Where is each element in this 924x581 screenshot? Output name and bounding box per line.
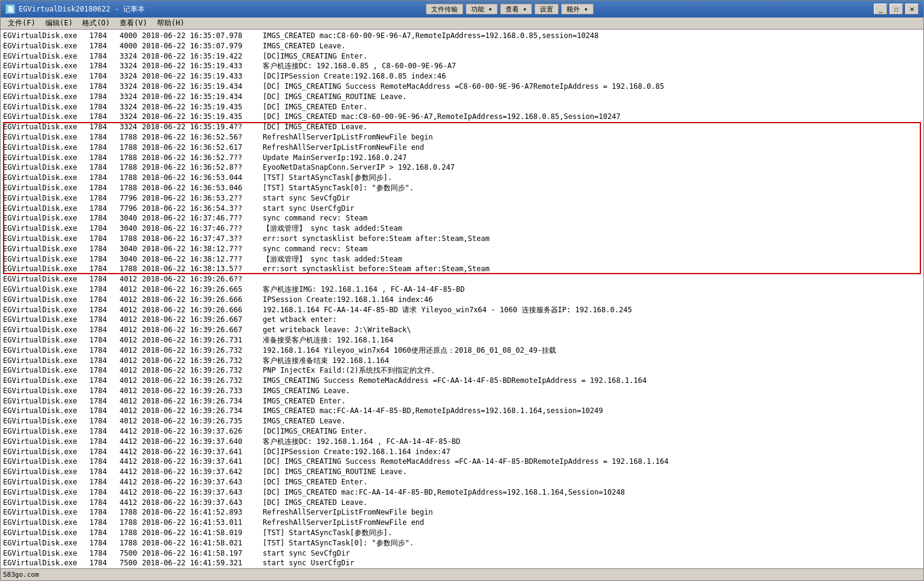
col-pid: 1784 — [82, 213, 112, 223]
table-row: EGVirtualDisk.exe178475002018-06-22 16:4… — [3, 548, 921, 559]
col-tid: 4412 — [112, 487, 142, 498]
table-row: EGVirtualDisk.exe178433242018-06-22 16:3… — [3, 112, 921, 122]
col-exe: EGVirtualDisk.exe — [3, 234, 82, 244]
log-container[interactable]: EGVirtualDisk.exe178440002018-06-22 16:3… — [1, 30, 923, 568]
col-exe: EGVirtualDisk.exe — [3, 487, 82, 498]
col-msg: [DC] IMGS_CREATED Leave. — [263, 122, 367, 132]
table-row: EGVirtualDisk.exe178430402018-06-22 16:3… — [3, 254, 921, 265]
col-exe: EGVirtualDisk.exe — [3, 122, 82, 132]
minimize-btn[interactable]: _ — [874, 4, 887, 14]
menu-view[interactable]: 查看(V) — [115, 18, 152, 29]
col-exe: EGVirtualDisk.exe — [3, 213, 82, 223]
col-time: 2018-06-22 16:36:52.7?? — [142, 153, 263, 163]
col-pid: 1784 — [82, 143, 112, 153]
col-tid: 4012 — [112, 284, 142, 295]
col-tid: 1788 — [112, 518, 142, 528]
status-text: 583go.com — [3, 571, 39, 579]
col-pid: 1784 — [82, 528, 112, 538]
col-msg: 【游戏管理】 sync task added:Steam — [263, 254, 402, 265]
col-time: 2018-06-22 16:35:07.978 — [142, 31, 263, 41]
col-time: 2018-06-22 16:35:19.433 — [142, 71, 263, 82]
table-row: EGVirtualDisk.exe178444122018-06-22 16:3… — [3, 498, 921, 508]
col-pid: 1784 — [82, 365, 112, 376]
col-time: 2018-06-22 16:35:19.422 — [142, 51, 263, 62]
col-tid: 4012 — [112, 305, 142, 315]
col-tid: 7796 — [112, 193, 142, 204]
table-row: EGVirtualDisk.exe178440122018-06-22 16:3… — [3, 396, 921, 406]
close-btn[interactable]: ✕ — [905, 4, 919, 14]
col-msg: RefreshAllServerIpListFromNewFile end — [263, 518, 424, 528]
col-time: 2018-06-22 16:35:19.4?? — [142, 122, 263, 132]
col-msg: [DC] IMGS_CREATED Enter. — [263, 102, 367, 112]
col-tid: 4012 — [112, 315, 142, 325]
col-msg: IMGS_CREATED mac:C8-60-00-9E-96-A7,Remot… — [263, 31, 598, 41]
col-exe: EGVirtualDisk.exe — [3, 223, 82, 234]
col-msg: err:sort synctasklist before:Steam after… — [263, 234, 490, 244]
col-msg: Update MainServerIp:192.168.0.247 — [263, 153, 406, 163]
col-pid: 1784 — [82, 153, 112, 163]
col-time: 2018-06-22 16:39:26.735 — [142, 416, 263, 426]
col-tid: 1788 — [112, 234, 142, 244]
col-pid: 1784 — [82, 223, 112, 234]
table-row: EGVirtualDisk.exe178430402018-06-22 16:3… — [3, 213, 921, 223]
col-msg: [DC] IMGS_CREATING Success RemoteMacAddr… — [263, 457, 669, 467]
col-exe: EGVirtualDisk.exe — [3, 204, 82, 214]
table-row: EGVirtualDisk.exe178440122018-06-22 16:3… — [3, 305, 921, 315]
col-tid: 4012 — [112, 345, 142, 356]
col-pid: 1784 — [82, 162, 112, 173]
col-exe: EGVirtualDisk.exe — [3, 356, 82, 366]
col-tid: 7500 — [112, 558, 142, 568]
col-tid: 7500 — [112, 548, 142, 559]
table-row: EGVirtualDisk.exe178417882018-06-22 16:3… — [3, 162, 921, 173]
function-btn[interactable]: 功能 ▾ — [466, 4, 498, 14]
col-tid: 4012 — [112, 295, 142, 305]
col-exe: EGVirtualDisk.exe — [3, 426, 82, 437]
col-pid: 1784 — [82, 41, 112, 51]
col-pid: 1784 — [82, 457, 112, 467]
table-row: EGVirtualDisk.exe178433242018-06-22 16:3… — [3, 51, 921, 62]
file-transfer-btn[interactable]: 文件传输 — [426, 4, 463, 14]
col-time: 2018-06-22 16:39:26.732 — [142, 356, 263, 366]
table-row: EGVirtualDisk.exe178440122018-06-22 16:3… — [3, 315, 921, 325]
view-btn[interactable]: 查看 ▾ — [500, 4, 532, 14]
col-tid: 4012 — [112, 335, 142, 345]
col-exe: EGVirtualDisk.exe — [3, 264, 82, 274]
col-time: 2018-06-22 16:39:37.643 — [142, 498, 263, 508]
col-exe: EGVirtualDisk.exe — [3, 305, 82, 315]
col-tid: 3324 — [112, 51, 142, 62]
col-msg: sync command recv: Steam — [263, 213, 367, 223]
menu-file[interactable]: 文件(F) — [3, 18, 40, 29]
col-time: 2018-06-22 16:35:19.433 — [142, 61, 263, 71]
extra-btn[interactable]: 额外 ▾ — [561, 4, 593, 14]
col-tid: 3324 — [112, 82, 142, 92]
col-time: 2018-06-22 16:36:52.617 — [142, 143, 263, 153]
col-tid: 1788 — [112, 162, 142, 173]
menu-format[interactable]: 格式(O) — [77, 18, 115, 29]
col-tid: 1788 — [112, 507, 142, 518]
col-exe: EGVirtualDisk.exe — [3, 31, 82, 41]
col-pid: 1784 — [82, 234, 112, 244]
menu-edit[interactable]: 编辑(E) — [40, 18, 78, 29]
col-exe: EGVirtualDisk.exe — [3, 396, 82, 406]
maximize-btn[interactable]: □ — [890, 4, 903, 14]
col-pid: 1784 — [82, 538, 112, 548]
col-tid: 3040 — [112, 223, 142, 234]
col-msg: IMGS_CREATING Leave. — [263, 386, 350, 396]
col-pid: 1784 — [82, 173, 112, 183]
col-pid: 1784 — [82, 82, 112, 92]
col-exe: EGVirtualDisk.exe — [3, 92, 82, 102]
col-tid: 1788 — [112, 143, 142, 153]
col-msg: 客户机连接IMG: 192.168.1.164 , FC-AA-14-4F-85… — [263, 284, 465, 295]
menu-help[interactable]: 帮助(H) — [152, 18, 190, 29]
col-tid: 4012 — [112, 386, 142, 396]
col-exe: EGVirtualDisk.exe — [3, 386, 82, 396]
col-pid: 1784 — [82, 244, 112, 254]
col-pid: 1784 — [82, 477, 112, 487]
col-exe: EGVirtualDisk.exe — [3, 477, 82, 487]
col-time: 2018-06-22 16:37:47.3?? — [142, 234, 263, 244]
col-msg: EyooNetDataSnapConn.ServerIP > 192.168.0… — [263, 162, 455, 173]
col-exe: EGVirtualDisk.exe — [3, 365, 82, 376]
col-exe: EGVirtualDisk.exe — [3, 467, 82, 477]
table-row: EGVirtualDisk.exe178440122018-06-22 16:3… — [3, 376, 921, 386]
settings-btn[interactable]: 设置 — [534, 4, 559, 14]
